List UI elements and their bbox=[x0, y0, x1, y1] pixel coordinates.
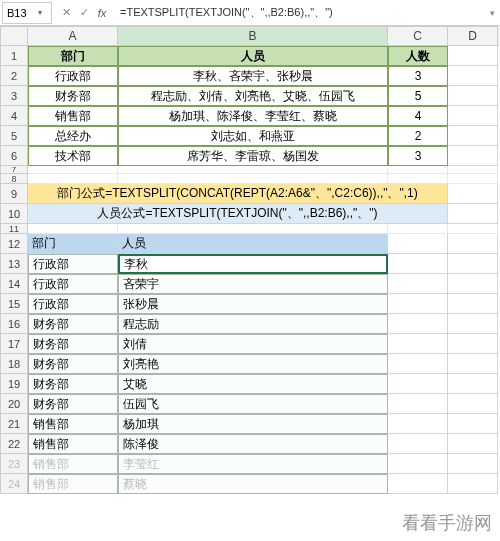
cell-B8[interactable] bbox=[118, 174, 388, 184]
row-header[interactable]: 1 bbox=[0, 46, 28, 66]
row-header[interactable]: 15 bbox=[0, 294, 28, 314]
col-header-B[interactable]: B bbox=[118, 26, 388, 46]
col-header-A[interactable]: A bbox=[28, 26, 118, 46]
cell-D21[interactable] bbox=[448, 414, 498, 434]
cell-D1[interactable] bbox=[448, 46, 498, 66]
name-box[interactable]: B13 ▾ bbox=[2, 2, 52, 24]
cancel-icon[interactable]: ✕ bbox=[58, 5, 74, 21]
cell-B18[interactable]: 刘亮艳 bbox=[118, 354, 388, 374]
cell-C13[interactable] bbox=[388, 254, 448, 274]
cell-C19[interactable] bbox=[388, 374, 448, 394]
col-header-D[interactable]: D bbox=[448, 26, 498, 46]
cell-B11[interactable] bbox=[118, 224, 388, 234]
accept-icon[interactable]: ✓ bbox=[76, 5, 92, 21]
cell-B1[interactable]: 人员 bbox=[118, 46, 388, 66]
cell-B12[interactable]: 人员 bbox=[118, 234, 388, 254]
row-header[interactable]: 20 bbox=[0, 394, 28, 414]
cell-A1[interactable]: 部门 bbox=[28, 46, 118, 66]
cell-D15[interactable] bbox=[448, 294, 498, 314]
cell-B19[interactable]: 艾晓 bbox=[118, 374, 388, 394]
cell-A24[interactable]: 销售部 bbox=[28, 474, 118, 494]
cell-B22[interactable]: 陈泽俊 bbox=[118, 434, 388, 454]
row-header[interactable]: 13 bbox=[0, 254, 28, 274]
row-header[interactable]: 9 bbox=[0, 184, 28, 204]
cell-C18[interactable] bbox=[388, 354, 448, 374]
formula-input[interactable]: =TEXTSPLIT(TEXTJOIN("、",,B2:B6),,"、") bbox=[114, 5, 484, 20]
row-header[interactable]: 12 bbox=[0, 234, 28, 254]
cell-A21[interactable]: 销售部 bbox=[28, 414, 118, 434]
cell-D9[interactable] bbox=[448, 184, 498, 204]
cell-A12[interactable]: 部门 bbox=[28, 234, 118, 254]
cell-D4[interactable] bbox=[448, 106, 498, 126]
fx-icon[interactable]: fx bbox=[94, 5, 110, 21]
select-all-corner[interactable] bbox=[0, 26, 28, 46]
cell-A13[interactable]: 行政部 bbox=[28, 254, 118, 274]
cell-C1[interactable]: 人数 bbox=[388, 46, 448, 66]
cell-A2[interactable]: 行政部 bbox=[28, 66, 118, 86]
cell-B24[interactable]: 蔡晓 bbox=[118, 474, 388, 494]
row-header[interactable]: 22 bbox=[0, 434, 28, 454]
cell-D24[interactable] bbox=[448, 474, 498, 494]
cell-C4[interactable]: 4 bbox=[388, 106, 448, 126]
row-header[interactable]: 11 bbox=[0, 224, 28, 234]
cell-D22[interactable] bbox=[448, 434, 498, 454]
cell-B21[interactable]: 杨加琪 bbox=[118, 414, 388, 434]
cell-C12[interactable] bbox=[388, 234, 448, 254]
cell-C24[interactable] bbox=[388, 474, 448, 494]
cell-D20[interactable] bbox=[448, 394, 498, 414]
row-header[interactable]: 14 bbox=[0, 274, 28, 294]
cell-C21[interactable] bbox=[388, 414, 448, 434]
cell-B7[interactable] bbox=[118, 166, 388, 174]
row-header[interactable]: 24 bbox=[0, 474, 28, 494]
cell-A16[interactable]: 财务部 bbox=[28, 314, 118, 334]
cell-B6[interactable]: 席芳华、李雷琼、杨国发 bbox=[118, 146, 388, 166]
cell-D19[interactable] bbox=[448, 374, 498, 394]
cell-A19[interactable]: 财务部 bbox=[28, 374, 118, 394]
col-header-C[interactable]: C bbox=[388, 26, 448, 46]
expand-icon[interactable]: ▾ bbox=[484, 8, 500, 18]
cell-A20[interactable]: 财务部 bbox=[28, 394, 118, 414]
cell-A8[interactable] bbox=[28, 174, 118, 184]
cell-C16[interactable] bbox=[388, 314, 448, 334]
row-header[interactable]: 18 bbox=[0, 354, 28, 374]
cell-A18[interactable]: 财务部 bbox=[28, 354, 118, 374]
cell-B3[interactable]: 程志励、刘倩、刘亮艳、艾晓、伍园飞 bbox=[118, 86, 388, 106]
cell-D8[interactable] bbox=[448, 174, 498, 184]
cell-B14[interactable]: 吝荣宇 bbox=[118, 274, 388, 294]
cell-D6[interactable] bbox=[448, 146, 498, 166]
cell-A23[interactable]: 销售部 bbox=[28, 454, 118, 474]
cell-A6[interactable]: 技术部 bbox=[28, 146, 118, 166]
row-header[interactable]: 16 bbox=[0, 314, 28, 334]
cell-A11[interactable] bbox=[28, 224, 118, 234]
cell-D11[interactable] bbox=[448, 224, 498, 234]
row-header[interactable]: 4 bbox=[0, 106, 28, 126]
row-header[interactable]: 10 bbox=[0, 204, 28, 224]
cell-C7[interactable] bbox=[388, 166, 448, 174]
cell-B2[interactable]: 李秋、吝荣宇、张秒晨 bbox=[118, 66, 388, 86]
cell-B15[interactable]: 张秒晨 bbox=[118, 294, 388, 314]
cell-B17[interactable]: 刘倩 bbox=[118, 334, 388, 354]
row-header[interactable]: 19 bbox=[0, 374, 28, 394]
cell-C5[interactable]: 2 bbox=[388, 126, 448, 146]
person-formula-cell[interactable]: 人员公式=TEXTSPLIT(TEXTJOIN("、",,B2:B6),,"、"… bbox=[28, 204, 448, 224]
cell-A22[interactable]: 销售部 bbox=[28, 434, 118, 454]
cell-C20[interactable] bbox=[388, 394, 448, 414]
cell-A15[interactable]: 行政部 bbox=[28, 294, 118, 314]
cell-B16[interactable]: 程志励 bbox=[118, 314, 388, 334]
cell-D18[interactable] bbox=[448, 354, 498, 374]
cell-A17[interactable]: 财务部 bbox=[28, 334, 118, 354]
row-header[interactable]: 2 bbox=[0, 66, 28, 86]
cell-B4[interactable]: 杨加琪、陈泽俊、李莹红、蔡晓 bbox=[118, 106, 388, 126]
cell-C17[interactable] bbox=[388, 334, 448, 354]
row-header[interactable]: 5 bbox=[0, 126, 28, 146]
cell-C14[interactable] bbox=[388, 274, 448, 294]
cell-D17[interactable] bbox=[448, 334, 498, 354]
cell-D16[interactable] bbox=[448, 314, 498, 334]
row-header[interactable]: 23 bbox=[0, 454, 28, 474]
cell-C6[interactable]: 3 bbox=[388, 146, 448, 166]
cell-B13-selected[interactable]: 李秋 bbox=[118, 254, 388, 274]
cell-D14[interactable] bbox=[448, 274, 498, 294]
cell-A4[interactable]: 销售部 bbox=[28, 106, 118, 126]
cell-C22[interactable] bbox=[388, 434, 448, 454]
cell-A7[interactable] bbox=[28, 166, 118, 174]
